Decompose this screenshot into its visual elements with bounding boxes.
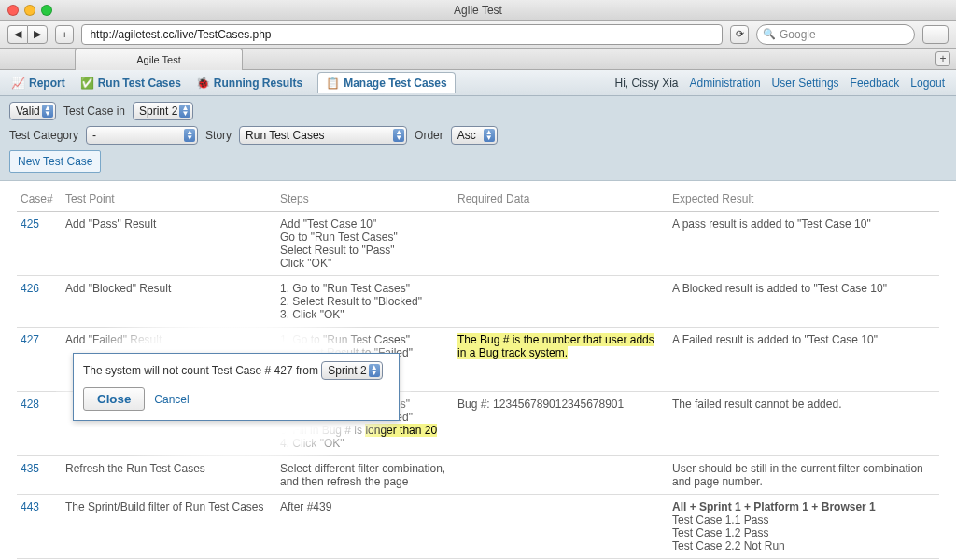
sprint-select[interactable]: Sprint 2▲▼ xyxy=(133,102,193,120)
steps: Add "Test Case 10"Go to "Run Test Cases"… xyxy=(276,212,454,276)
check-icon: ✅ xyxy=(80,77,94,90)
expected-result: All + Sprint 1 + Platform 1 + Browser 1T… xyxy=(668,495,939,559)
link-user-settings[interactable]: User Settings xyxy=(772,77,839,90)
test-point: Add "Pass" Result xyxy=(62,212,276,276)
expected-result: User should be still in the current filt… xyxy=(668,456,939,495)
case-link[interactable]: 427 xyxy=(21,333,39,346)
required-data xyxy=(454,276,668,328)
expected-result: A Failed result is added to "Test Case 1… xyxy=(668,328,939,392)
col-req: Required Data xyxy=(454,187,668,212)
expected-result: A pass result is added to "Test Case 10" xyxy=(668,212,939,276)
chart-icon: 📈 xyxy=(11,77,25,90)
reload-button[interactable]: ⟳ xyxy=(730,25,749,44)
link-feedback[interactable]: Feedback xyxy=(851,77,900,90)
col-exp: Expected Result xyxy=(668,187,939,212)
validity-select[interactable]: Valid▲▼ xyxy=(9,102,56,120)
dialog-cancel-link[interactable]: Cancel xyxy=(154,393,189,406)
table-row: 425Add "Pass" ResultAdd "Test Case 10"Go… xyxy=(17,212,939,276)
case-link[interactable]: 443 xyxy=(21,500,39,513)
required-data xyxy=(454,456,668,495)
required-data: Bug #: 123456789012345678901 xyxy=(454,392,668,456)
test-point: Refresh the Run Test Cases xyxy=(62,456,276,495)
label-order: Order xyxy=(415,129,443,142)
grid-icon: 📋 xyxy=(326,77,340,90)
expected-result: A Blocked result is added to "Test Case … xyxy=(668,276,939,328)
steps: After #439 xyxy=(276,495,454,559)
forward-button[interactable]: ▶ xyxy=(27,25,48,44)
tab-label: Agile Test xyxy=(136,54,181,65)
nav-manage-test-cases[interactable]: 📋Manage Test Cases xyxy=(317,72,456,93)
greeting: Hi, Cissy Xia xyxy=(615,77,679,90)
new-test-case-button[interactable]: New Test Case xyxy=(9,150,101,173)
case-link[interactable]: 435 xyxy=(21,462,39,475)
bug-icon: 🐞 xyxy=(196,77,210,90)
link-logout[interactable]: Logout xyxy=(910,77,945,90)
add-bookmark-button[interactable]: + xyxy=(55,25,74,44)
steps: Select different filter combination, and… xyxy=(276,456,454,495)
search-placeholder: Google xyxy=(780,28,816,41)
table-row: 443The Sprint/Build filter of Run Test C… xyxy=(17,495,939,559)
link-administration[interactable]: Administration xyxy=(690,77,761,90)
browser-tab[interactable]: Agile Test xyxy=(75,49,243,70)
filters-bar: Valid▲▼ Test Case in Sprint 2▲▼ Test Cat… xyxy=(0,96,956,181)
required-data xyxy=(454,212,668,276)
browser-toolbar: ◀ ▶ + http://agiletest.cc/live/TestCases… xyxy=(0,21,956,49)
col-point: Test Point xyxy=(62,187,276,212)
nav-report[interactable]: 📈Report xyxy=(11,77,65,90)
table-row: 435Refresh the Run Test CasesSelect diff… xyxy=(17,456,939,495)
label-case-in: Test Case in xyxy=(63,105,125,118)
required-data xyxy=(454,495,668,559)
expected-result: The failed result cannot be added. xyxy=(668,392,939,456)
label-category: Test Category xyxy=(9,129,78,142)
sidebar-toggle-icon[interactable] xyxy=(922,25,949,44)
nav-run-test-cases[interactable]: ✅Run Test Cases xyxy=(80,77,181,90)
required-data: The Bug # is the number that user adds i… xyxy=(454,328,668,392)
case-link[interactable]: 425 xyxy=(21,217,39,231)
col-case: Case# xyxy=(17,187,62,212)
order-select[interactable]: Asc▲▼ xyxy=(451,126,498,145)
steps: 1. Go to "Run Test Cases"2. Select Resul… xyxy=(276,276,454,328)
test-point: The Sprint/Build filter of Run Test Case… xyxy=(62,495,276,559)
label-story: Story xyxy=(205,129,232,142)
confirm-dialog: The system will not count Test Case # 42… xyxy=(73,353,400,421)
back-button[interactable]: ◀ xyxy=(7,25,27,44)
window-titlebar: Agile Test xyxy=(0,0,956,21)
address-bar[interactable]: http://agiletest.cc/live/TestCases.php xyxy=(81,24,723,45)
nav-running-results[interactable]: 🐞Running Results xyxy=(196,77,302,90)
col-steps: Steps xyxy=(276,187,454,212)
category-select[interactable]: -▲▼ xyxy=(86,126,198,145)
table-row: 426Add "Blocked" Result1. Go to "Run Tes… xyxy=(17,276,939,328)
window-title: Agile Test xyxy=(0,4,956,17)
tab-strip: Agile Test + xyxy=(0,49,956,70)
dialog-close-button[interactable]: Close xyxy=(83,387,145,411)
case-link[interactable]: 428 xyxy=(21,398,39,411)
search-field[interactable]: Google xyxy=(756,24,915,45)
url-text: http://agiletest.cc/live/TestCases.php xyxy=(90,28,271,41)
case-link[interactable]: 426 xyxy=(21,282,39,295)
dialog-msg: The system will not count Test Case # 42… xyxy=(83,364,318,377)
dialog-sprint-select[interactable]: Sprint 2▲▼ xyxy=(321,361,382,380)
new-tab-button[interactable]: + xyxy=(935,51,950,66)
test-point: Add "Blocked" Result xyxy=(62,276,276,328)
story-select[interactable]: Run Test Cases▲▼ xyxy=(239,126,407,145)
app-nav: 📈Report ✅Run Test Cases 🐞Running Results… xyxy=(0,70,956,96)
